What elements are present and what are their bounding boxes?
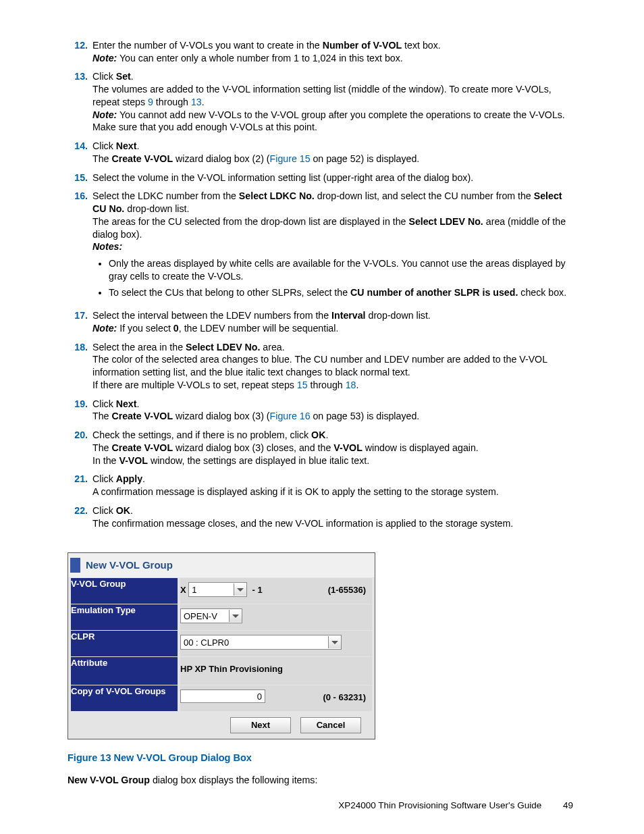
step-number: 22. [68,504,88,529]
figure-caption: Figure 13 New V-VOL Group Dialog Box [68,752,573,764]
step-body: Click Apply.A confirmation message is di… [92,473,573,498]
label-vvol-group: V-VOL Group [71,578,178,604]
step-body: Select the area in the Select LDEV No. a… [92,341,573,392]
vvol-suffix: - 1 [252,585,263,595]
footer-page-number: 49 [563,800,573,810]
step-body: Enter the number of V-VOLs you want to c… [92,39,573,64]
after-figure-text: New V-VOL Group dialog box displays the … [68,774,573,787]
footer-doc-title: XP24000 Thin Provisioning Software User'… [338,800,541,810]
step-number: 12. [68,39,88,64]
chevron-down-icon[interactable] [234,583,246,596]
emulation-type-input[interactable] [181,610,229,622]
step-body: Click Set.The volumes are added to the V… [92,70,573,134]
clpr-input[interactable] [181,636,328,648]
label-copy-groups: Copy of V-VOL Groups [71,685,178,711]
step-bullet: To select the CUs that belong to other S… [109,286,573,299]
label-clpr: CLPR [71,631,178,656]
clpr-select[interactable] [180,635,342,650]
vvol-range-hint: (1-65536) [328,584,366,596]
step-body: Check the settings, and if there is no p… [92,429,573,467]
step-number: 19. [68,398,88,423]
step-number: 21. [68,473,88,498]
step-body: Select the interval between the LDEV num… [92,309,573,334]
emulation-type-select[interactable] [180,608,242,623]
step-number: 16. [68,190,88,303]
dialog-title: New V-VOL Group [86,558,173,572]
new-vvol-group-dialog: New V-VOL Group V-VOL Group X - 1 (1-655… [68,552,375,739]
next-button[interactable]: Next [230,717,291,733]
step-number: 15. [68,172,88,184]
step-number: 20. [68,429,88,467]
vvol-prefix: X [180,585,186,595]
label-emulation-type: Emulation Type [71,604,178,630]
step-body: Click Next.The Create V-VOL wizard dialo… [92,398,573,423]
step-number: 17. [68,309,88,334]
chevron-down-icon[interactable] [328,636,341,648]
cancel-button[interactable]: Cancel [300,717,361,733]
copy-groups-input[interactable] [180,689,265,703]
page-footer: XP24000 Thin Provisioning Software User'… [68,800,573,812]
step-number: 14. [68,140,88,165]
step-number: 13. [68,70,88,134]
step-bullet: Only the areas displayed by white cells … [109,257,573,282]
dialog-title-bar: New V-VOL Group [68,553,375,577]
step-body: Select the LDKC number from the Select L… [92,190,573,303]
step-body: Click Next.The Create V-VOL wizard dialo… [92,140,573,165]
step-body: Select the volume in the V-VOL informati… [92,172,573,184]
label-attribute: Attribute [71,657,178,685]
attribute-value: HP XP Thin Provisioning [180,664,283,674]
step-body: Click OK.The confirmation message closes… [92,504,573,529]
vvol-group-input[interactable] [189,583,234,596]
chevron-down-icon[interactable] [229,610,242,622]
step-number: 18. [68,341,88,392]
ordered-steps-list: 12.Enter the number of V-VOLs you want t… [68,39,573,529]
vvol-group-select[interactable] [188,582,247,597]
copy-range-hint: (0 - 63231) [323,692,366,703]
